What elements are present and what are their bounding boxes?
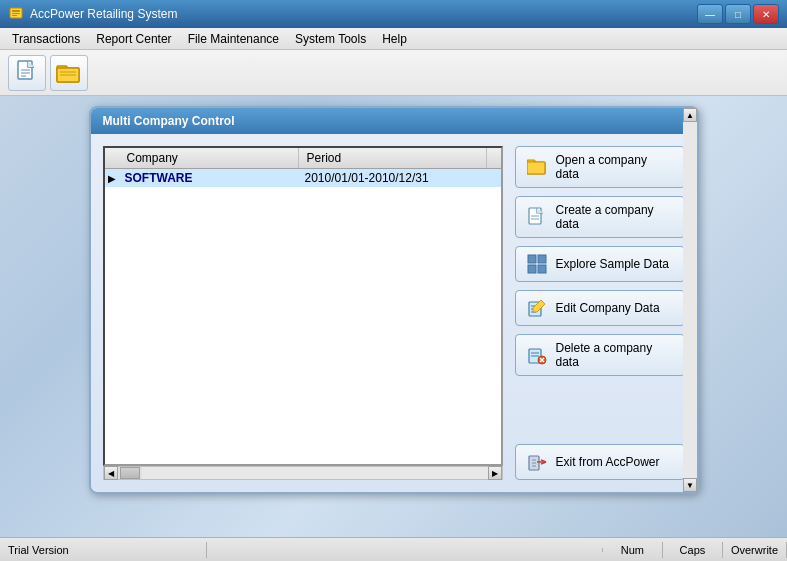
minimize-btn[interactable]: — [697,4,723,24]
overwrite-indicator: Overwrite [723,542,787,558]
maximize-btn[interactable]: □ [725,4,751,24]
delete-company-btn[interactable]: Delete a company data [515,334,685,376]
create-company-label: Create a company data [556,203,674,231]
new-document-btn[interactable] [8,55,46,91]
close-btn[interactable]: ✕ [753,4,779,24]
edit-company-label: Edit Company Data [556,301,660,315]
vertical-scrollbar[interactable]: ▲ ▼ [683,108,697,492]
dialog-body: Company Period ▶ SOFTWARE 2010/01/01-201… [91,134,697,492]
delete-icon [526,344,548,366]
menu-report-center[interactable]: Report Center [88,30,179,48]
h-scroll-track [142,467,488,479]
company-cell: SOFTWARE [119,169,299,187]
create-doc-icon [526,206,548,228]
row-indicator: ▶ [105,169,119,187]
scroll-thumb[interactable] [120,467,140,479]
exit-label: Exit from AccPower [556,455,660,469]
svg-rect-21 [528,255,536,263]
svg-rect-3 [12,15,17,16]
window-controls: — □ ✕ [697,4,779,24]
exit-accpower-btn[interactable]: Exit from AccPower [515,444,685,480]
svg-rect-24 [538,265,546,273]
scroll-left-btn[interactable]: ◀ [104,466,118,480]
edit-company-btn[interactable]: Edit Company Data [515,290,685,326]
caps-indicator: Caps [663,542,723,558]
column-period: Period [299,148,487,168]
table-row[interactable]: ▶ SOFTWARE 2010/01/01-2010/12/31 [105,169,501,187]
table-rows: ▶ SOFTWARE 2010/01/01-2010/12/31 [105,169,501,464]
table-content: Company Period ▶ SOFTWARE 2010/01/01-201… [105,148,501,464]
explore-sample-label: Explore Sample Data [556,257,669,271]
svg-rect-22 [538,255,546,263]
main-area: Multi Company Control Company Period [0,96,787,504]
trial-version-status: Trial Version [0,542,207,558]
menu-help[interactable]: Help [374,30,415,48]
app-icon [8,6,24,22]
toolbar [0,50,787,96]
horizontal-scrollbar[interactable]: ◀ ▶ [103,466,503,480]
status-bar: Trial Version Num Caps Overwrite [0,537,787,561]
menu-system-tools[interactable]: System Tools [287,30,374,48]
multi-company-dialog: Multi Company Control Company Period [89,106,699,494]
edit-icon [526,297,548,319]
delete-company-label: Delete a company data [556,341,674,369]
dialog-title: Multi Company Control [91,108,697,134]
app-title: AccPower Retailing System [30,7,697,21]
scroll-track [683,122,697,478]
menu-transactions[interactable]: Transactions [4,30,88,48]
open-folder-btn[interactable] [50,55,88,91]
open-company-btn[interactable]: Open a company data [515,146,685,188]
open-company-label: Open a company data [556,153,674,181]
buttons-panel: Open a company data Create a company dat… [515,146,685,480]
column-company: Company [119,148,299,168]
grid-icon [526,253,548,275]
svg-rect-16 [527,162,545,174]
scroll-up-btn[interactable]: ▲ [683,108,697,122]
empty-status [207,548,603,552]
create-company-btn[interactable]: Create a company data [515,196,685,238]
scroll-down-btn[interactable]: ▼ [683,478,697,492]
scroll-right-btn[interactable]: ▶ [488,466,502,480]
svg-rect-2 [12,13,20,14]
exit-icon [526,451,548,473]
open-folder-icon [526,156,548,178]
num-indicator: Num [603,542,663,558]
menu-bar: Transactions Report Center File Maintena… [0,28,787,50]
explore-sample-btn[interactable]: Explore Sample Data [515,246,685,282]
period-cell: 2010/01/01-2010/12/31 [299,169,501,187]
svg-rect-23 [528,265,536,273]
table-header: Company Period [105,148,501,169]
company-table: Company Period ▶ SOFTWARE 2010/01/01-201… [103,146,503,466]
title-bar: AccPower Retailing System — □ ✕ [0,0,787,28]
menu-file-maintenance[interactable]: File Maintenance [180,30,287,48]
svg-rect-1 [12,10,20,12]
